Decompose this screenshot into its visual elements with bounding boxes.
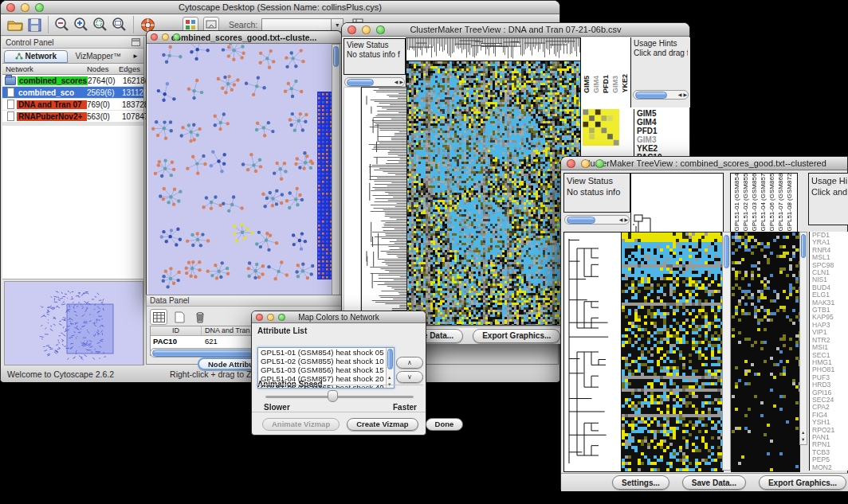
minimize-button[interactable]: [362, 25, 371, 34]
move-up-button[interactable]: ∧: [396, 357, 423, 369]
attribute-list-item[interactable]: GPL51-02 (GSM855) heat shock 10 min: [261, 357, 394, 365]
zoom-fit-icon[interactable]: [110, 15, 129, 34]
tv1-row-dendrogram[interactable]: [361, 87, 407, 327]
minimize-button[interactable]: [162, 33, 169, 41]
tv2-column-label[interactable]: GPL51-04 (GSM857): [760, 173, 767, 232]
network-table-row[interactable]: DNA and Tran 07 769(0) 183728(0): [2, 99, 143, 111]
tv1-column-label[interactable]: PFD1: [602, 75, 610, 93]
attribute-list-item[interactable]: GPL51-01 (GSM854) heat shock 05 min: [261, 348, 394, 357]
tv1-right-hscrollbar[interactable]: ◀ ▶: [633, 90, 689, 100]
done-button[interactable]: Done: [426, 418, 464, 431]
minimize-button[interactable]: [581, 159, 590, 168]
network-table-row[interactable]: combined_scores 2764(0) 16218(0): [2, 75, 143, 87]
scroll-left-arrow[interactable]: ◀: [677, 91, 683, 99]
search-input[interactable]: [261, 18, 332, 32]
zoom-in-icon[interactable]: [72, 15, 91, 34]
network-vscrollbar[interactable]: [332, 44, 340, 297]
tv2-column-label[interactable]: GPL51-01 (GSM854): [733, 173, 740, 232]
close-button[interactable]: [347, 25, 356, 34]
create-vizmap-button[interactable]: Create Vizmap: [347, 418, 418, 431]
tv1-selected-cluster-matrix[interactable]: [583, 109, 619, 146]
tv1-column-label[interactable]: GIM5: [583, 76, 591, 93]
tv1-view-status-panel: View Status No status info f: [344, 38, 406, 75]
speed-slider-thumb[interactable]: [328, 390, 338, 402]
speed-slider-track[interactable]: [265, 396, 414, 398]
tv1-column-label[interactable]: GIM4: [592, 76, 601, 93]
tab-overflow-arrow[interactable]: ►: [129, 53, 142, 60]
save-session-icon[interactable]: [25, 15, 44, 34]
tv1-gene-label[interactable]: GIM3: [637, 135, 688, 144]
move-down-button[interactable]: ∨: [396, 371, 423, 383]
zoom-button[interactable]: [376, 25, 385, 34]
close-button[interactable]: [256, 314, 263, 321]
scroll-right-arrow[interactable]: ▶: [623, 216, 629, 224]
tv2-row-dendrogram[interactable]: [563, 232, 622, 472]
tv2-gene-label[interactable]: MON2: [812, 464, 848, 471]
tv2-column-label[interactable]: GPL51-08 (GSM872): [786, 173, 793, 232]
tv1-heatmap[interactable]: [406, 61, 582, 326]
tv1-column-label[interactable]: YKE2: [621, 74, 630, 93]
minimize-button[interactable]: [21, 3, 29, 12]
attr-col-id[interactable]: ID: [151, 326, 202, 335]
tab-vizmapper[interactable]: VizMapper™: [68, 52, 130, 61]
zoom-button[interactable]: [595, 159, 604, 168]
zoom-button[interactable]: [35, 3, 44, 12]
tv2-column-summary-heatmap[interactable]: [731, 232, 800, 472]
network-view-titlebar[interactable]: combined_scores_good.txt--cluste...: [147, 31, 341, 44]
tv2-left-hscrollbar[interactable]: ◀ ▶: [564, 215, 630, 225]
new-attribute-icon[interactable]: [171, 309, 188, 325]
scroll-right-arrow[interactable]: ▶: [398, 78, 404, 86]
scroll-right-arrow[interactable]: ▶: [682, 91, 688, 99]
tv2-export-graphics-button[interactable]: Export Graphics...: [759, 475, 846, 490]
tv1-column-label[interactable]: GIM3: [611, 76, 620, 93]
network-table-row[interactable]: RNAPuberNov2+ 563(0) 107847(0): [2, 111, 143, 123]
attribute-list-item[interactable]: GPL51-03 (GSM856) heat shock 15 min: [261, 365, 394, 374]
zoom-button[interactable]: [278, 314, 285, 321]
zoom-out-icon[interactable]: [53, 15, 72, 34]
scroll-down-arrow[interactable]: ▼: [801, 437, 805, 442]
control-panel-title: Control Panel: [6, 38, 54, 47]
close-button[interactable]: [567, 159, 575, 168]
tv2-heatmap[interactable]: [621, 232, 724, 472]
delete-attribute-icon[interactable]: [191, 309, 209, 325]
tv2-column-label[interactable]: GPL51-06 (GSM865): [768, 173, 775, 232]
scroll-left-arrow[interactable]: ◀: [618, 216, 624, 224]
network-table-row[interactable]: combined_sco 2569(6) 13112(15): [2, 87, 143, 99]
close-button[interactable]: [151, 33, 158, 41]
zoom-button[interactable]: [173, 33, 180, 41]
tab-network[interactable]: Network: [4, 50, 68, 63]
minimize-button[interactable]: [267, 314, 274, 321]
scroll-up-arrow[interactable]: ▲: [387, 375, 391, 380]
tv2-settings-button[interactable]: Settings...: [612, 475, 669, 490]
tv1-column-dendrogram[interactable]: [406, 37, 582, 61]
tv2-heatmap-vscrollbar[interactable]: [722, 232, 731, 471]
tv2-column-label[interactable]: GPL51-07 (GSM868): [777, 173, 784, 232]
treeview1-titlebar[interactable]: ClusterMaker TreeView : DNA and Tran 07-…: [342, 23, 689, 37]
network-overview-thumbnail[interactable]: [4, 281, 143, 365]
tv2-save-data-button[interactable]: Save Data...: [682, 475, 746, 490]
scroll-up-arrow[interactable]: ▲: [801, 430, 805, 435]
tv2-genelist-vscrollbar[interactable]: ▲ ▼: [799, 232, 807, 445]
treeview2-titlebar[interactable]: ClusterMaker TreeView : combined_scores_…: [561, 157, 847, 170]
attribute-list-vscrollbar[interactable]: ▲ ▼: [386, 348, 394, 388]
tv2-column-label[interactable]: GPL51-02 (GSM855): [742, 173, 749, 232]
tv1-export-graphics-button[interactable]: Export Graphics...: [473, 329, 560, 343]
animate-vizmap-button[interactable]: Animate Vizmap: [262, 418, 340, 431]
tv2-column-dendrogram[interactable]: [630, 173, 724, 232]
zoom-selected-icon[interactable]: [91, 15, 110, 34]
tv1-gene-label[interactable]: GIM4: [637, 118, 688, 127]
open-session-icon[interactable]: [6, 15, 25, 34]
tv1-gene-label[interactable]: GIM5: [637, 109, 688, 118]
map-colors-dialog: Map Colors to Network Attribute List GPL…: [251, 311, 426, 436]
tv1-left-hscrollbar[interactable]: ◀ ▶: [344, 77, 405, 87]
close-button[interactable]: [6, 3, 15, 12]
float-panel-icon[interactable]: [132, 35, 140, 49]
tv2-column-label[interactable]: GPL51-03 (GSM856): [751, 173, 758, 232]
tv1-gene-label[interactable]: PFD1: [637, 127, 688, 135]
main-titlebar[interactable]: Cytoscape Desktop (Session Name: collins…: [1, 1, 559, 14]
network-canvas[interactable]: [148, 44, 340, 297]
scroll-left-arrow[interactable]: ◀: [394, 78, 399, 86]
tv1-gene-label[interactable]: YKE2: [637, 144, 688, 153]
attribute-table-icon[interactable]: [150, 309, 167, 325]
dialog-titlebar[interactable]: Map Colors to Network: [252, 311, 426, 323]
